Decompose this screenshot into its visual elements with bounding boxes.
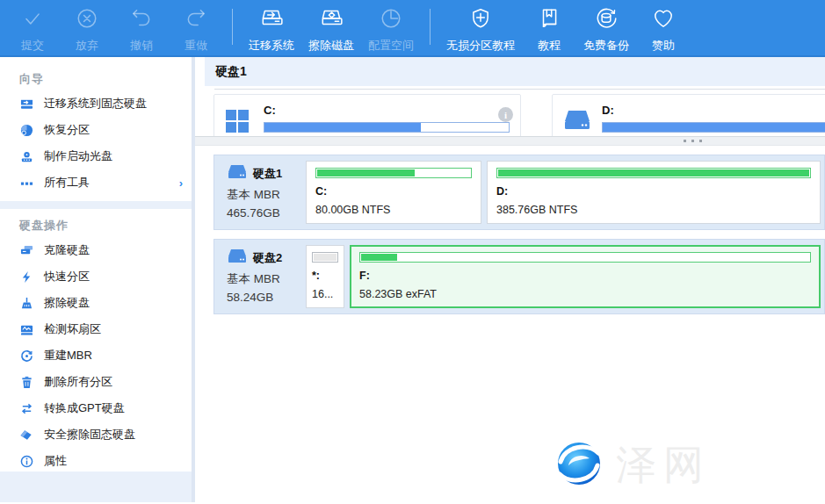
sidebar-item-all-tools[interactable]: 所有工具 › bbox=[0, 169, 192, 196]
pie-chart-icon bbox=[19, 123, 33, 137]
undo-label: 撤销 bbox=[130, 39, 153, 52]
disk-scheme: MBR bbox=[254, 188, 280, 201]
disk-row-2: 硬盘2 基本 MBR 58.24GB *: 16... F: 58.23GB e… bbox=[213, 239, 825, 314]
sidebar-section-wizard-title: 向导 bbox=[0, 68, 192, 90]
chevron-right-icon: › bbox=[179, 176, 183, 190]
partition-f-selected[interactable]: F: 58.23GB exFAT bbox=[350, 245, 821, 308]
wipe-disk-label: 擦除磁盘 bbox=[308, 39, 354, 52]
hard-drive-icon bbox=[227, 164, 248, 184]
free-backup-button[interactable]: 免费备份 bbox=[576, 0, 636, 55]
sidebar-item-wipe-disk[interactable]: 擦除硬盘 bbox=[0, 290, 192, 316]
submit-button[interactable]: 提交 bbox=[5, 0, 60, 55]
sidebar-item-label: 检测坏扇区 bbox=[44, 321, 101, 337]
disk-row-1: 硬盘1 基本 MBR 465.76GB C: 80.00GB NTFS D: 3… bbox=[213, 155, 825, 230]
broom-icon bbox=[19, 296, 33, 310]
sidebar-item-quick-partition[interactable]: 快速分区 bbox=[0, 263, 192, 290]
lightning-icon bbox=[19, 270, 33, 284]
shield-plus-icon bbox=[469, 5, 492, 32]
sidebar-item-recover-partition[interactable]: 恢复分区 bbox=[0, 117, 192, 143]
redo-button[interactable]: 重做 bbox=[169, 0, 223, 55]
sponsor-button[interactable]: 赞助 bbox=[636, 0, 691, 55]
disk2-info[interactable]: 硬盘2 基本 MBR 58.24GB bbox=[214, 245, 306, 308]
partition-tutorial-button[interactable]: 无损分区教程 bbox=[439, 0, 522, 55]
sidebar-item-properties[interactable]: 属性 bbox=[0, 448, 192, 474]
info-circle-icon bbox=[19, 454, 33, 468]
sidebar-item-convert-to-gpt[interactable]: 转换成GPT硬盘 bbox=[0, 395, 192, 421]
allocate-space-label: 配置空间 bbox=[368, 39, 414, 52]
eraser-diamond-icon bbox=[19, 428, 33, 442]
rebuild-circular-arrow-icon bbox=[19, 349, 33, 363]
discard-button[interactable]: 放弃 bbox=[60, 0, 114, 55]
partition-c[interactable]: C: 80.00GB NTFS bbox=[306, 161, 481, 224]
sidebar-item-rebuild-mbr[interactable]: 重建MBR bbox=[0, 342, 192, 369]
partition-unnamed[interactable]: *: 16... bbox=[306, 245, 344, 308]
partition-d[interactable]: D: 385.76GB NTFS bbox=[487, 161, 821, 224]
allocate-space-button[interactable]: 配置空间 bbox=[361, 0, 421, 55]
disk-type: 基本 bbox=[227, 188, 250, 201]
divider bbox=[214, 89, 825, 90]
sidebar-item-clone-disk[interactable]: 克隆硬盘 bbox=[0, 237, 192, 263]
windows-logo-icon bbox=[225, 104, 251, 136]
partition-usage-bar bbox=[496, 168, 811, 178]
book-icon bbox=[538, 5, 561, 32]
sponsor-label: 赞助 bbox=[652, 39, 675, 52]
sidebar-item-secure-erase-ssd[interactable]: 安全擦除固态硬盘 bbox=[0, 421, 192, 448]
main-panel: 硬盘1 C: i D: bbox=[195, 57, 825, 502]
clone-disks-icon bbox=[19, 243, 33, 257]
heart-icon bbox=[652, 5, 675, 32]
sidebar-item-label: 克隆硬盘 bbox=[44, 242, 90, 258]
sidebar: 向导 迁移系统到固态硬盘 恢复分区 制作启动光盘 所有工具 › 硬盘操作 bbox=[0, 57, 195, 502]
sidebar-item-check-bad-sectors[interactable]: 检测坏扇区 bbox=[0, 316, 192, 342]
watermark-text: 泽网 bbox=[616, 438, 711, 493]
undo-button[interactable]: 撤销 bbox=[114, 0, 169, 55]
migrate-system-button[interactable]: 迁移系统 bbox=[242, 0, 301, 55]
watermark-logo-icon bbox=[551, 436, 607, 495]
sidebar-item-label: 快速分区 bbox=[44, 269, 90, 284]
sidebar-item-label: 删除所有分区 bbox=[44, 374, 112, 390]
bootable-disc-icon bbox=[19, 149, 33, 163]
sidebar-item-label: 擦除硬盘 bbox=[44, 295, 90, 311]
toolbar-separator bbox=[430, 9, 431, 45]
sidebar-section-disk-ops-title: 硬盘操作 bbox=[0, 214, 192, 237]
volume-overview: C: i D: bbox=[213, 94, 825, 136]
disk-name: 硬盘1 bbox=[253, 166, 282, 182]
undo-arrow-icon bbox=[130, 5, 153, 32]
partition-tutorial-label: 无损分区教程 bbox=[446, 39, 515, 52]
splitter-grip-icon bbox=[684, 140, 702, 142]
disk1-info[interactable]: 硬盘1 基本 MBR 465.76GB bbox=[214, 161, 306, 224]
tutorial-button[interactable]: 教程 bbox=[522, 0, 576, 55]
partition-letter: C: bbox=[315, 185, 472, 198]
sidebar-section-divider bbox=[0, 201, 192, 209]
disk-arrow-icon bbox=[19, 97, 33, 111]
toolbar-separator bbox=[232, 9, 233, 45]
tutorial-label: 教程 bbox=[538, 39, 561, 52]
hard-drive-icon bbox=[563, 104, 590, 136]
sidebar-item-migrate-to-ssd[interactable]: 迁移系统到固态硬盘 bbox=[0, 90, 192, 117]
hard-drive-icon bbox=[227, 248, 248, 268]
check-icon bbox=[21, 5, 44, 32]
sidebar-item-delete-all-partitions[interactable]: 删除所有分区 bbox=[0, 369, 192, 395]
sidebar-item-label: 转换成GPT硬盘 bbox=[44, 400, 125, 416]
volume-card-c[interactable]: C: i bbox=[213, 94, 521, 136]
sidebar-item-label: 安全擦除固态硬盘 bbox=[44, 427, 135, 443]
pie-clock-icon bbox=[380, 5, 402, 32]
volume-letter: D: bbox=[602, 104, 825, 117]
trash-icon bbox=[19, 375, 33, 389]
partition-info: 385.76GB NTFS bbox=[496, 204, 811, 216]
partition-usage-bar bbox=[315, 168, 472, 178]
sidebar-item-label: 重建MBR bbox=[44, 348, 92, 364]
tab-disk1[interactable]: 硬盘1 bbox=[205, 64, 247, 80]
partition-letter: *: bbox=[312, 270, 338, 282]
volume-card-d[interactable]: D: bbox=[552, 94, 825, 136]
sidebar-item-label: 恢复分区 bbox=[44, 122, 90, 138]
panel-splitter[interactable] bbox=[195, 136, 825, 146]
partition-usage-bar bbox=[312, 252, 338, 263]
migrate-system-label: 迁移系统 bbox=[249, 39, 294, 52]
partition-letter: F: bbox=[359, 270, 811, 282]
sidebar-item-label: 制作启动光盘 bbox=[44, 148, 112, 164]
convert-arrows-icon bbox=[19, 401, 33, 415]
sidebar-item-bootable-media[interactable]: 制作启动光盘 bbox=[0, 143, 192, 169]
wipe-disk-button[interactable]: 擦除磁盘 bbox=[301, 0, 361, 55]
toolbar: 提交 放弃 撤销 重做 迁移系统 擦除磁盘 配置空间 无损分区教程 教程 免费备… bbox=[0, 0, 825, 57]
info-icon[interactable]: i bbox=[498, 107, 513, 122]
